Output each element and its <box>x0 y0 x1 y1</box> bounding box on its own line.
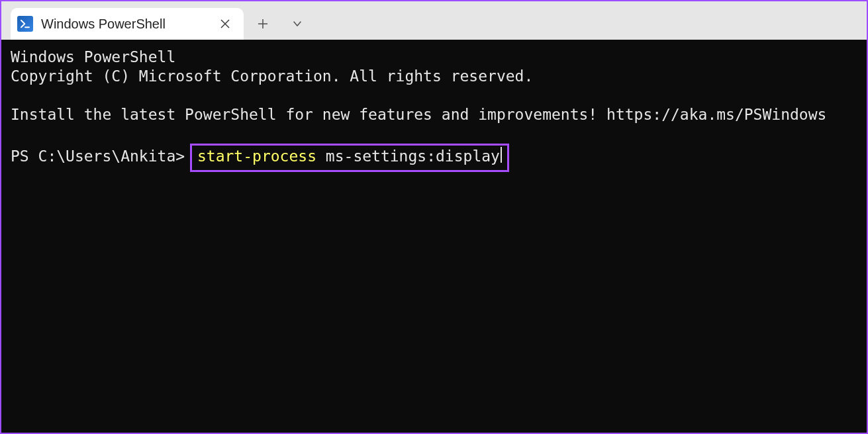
terminal-prompt: PS C:\Users\Ankita> <box>11 148 185 165</box>
terminal-pane[interactable]: Windows PowerShell Copyright (C) Microso… <box>1 40 867 433</box>
powershell-icon <box>17 16 33 32</box>
tab-dropdown-button[interactable] <box>282 8 313 40</box>
tab-powershell[interactable]: Windows PowerShell <box>11 8 244 40</box>
plus-icon <box>258 19 268 29</box>
terminal-install-line: Install the latest PowerShell for new fe… <box>11 106 826 123</box>
command-keyword: start-process <box>197 148 316 165</box>
terminal-header-line2: Copyright (C) Microsoft Corporation. All… <box>11 67 533 85</box>
command-highlight: start-process ms-settings:display <box>190 144 509 172</box>
terminal-header-line1: Windows PowerShell <box>11 48 175 65</box>
command-argument: ms-settings:display <box>326 148 500 165</box>
tab-title: Windows PowerShell <box>41 17 216 32</box>
cursor <box>501 147 502 163</box>
titlebar: Windows PowerShell <box>1 1 867 40</box>
close-icon <box>220 19 230 28</box>
new-tab-button[interactable] <box>248 8 278 40</box>
chevron-down-icon <box>293 19 302 28</box>
close-tab-button[interactable] <box>216 15 234 33</box>
